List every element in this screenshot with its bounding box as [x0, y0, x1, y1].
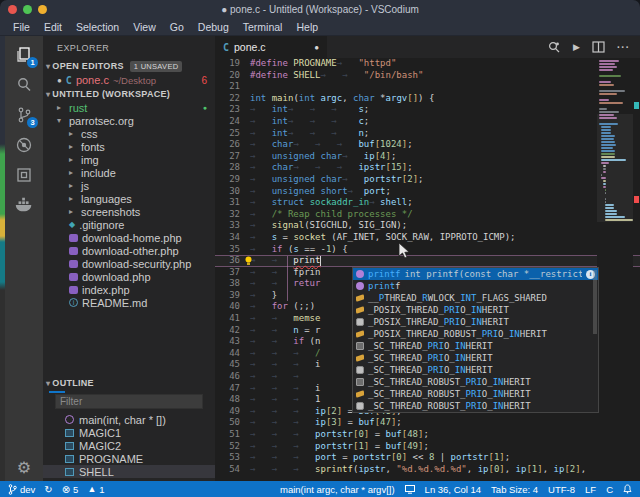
suggestion-item-7[interactable]: _SC_THREAD_PRIO_INHERIT: [353, 352, 598, 364]
minimap[interactable]: [597, 58, 633, 481]
minimap-line: [599, 99, 609, 101]
code-analysis-icon[interactable]: [547, 40, 561, 54]
line-number: 27: [215, 151, 240, 163]
ruler-error-marker: [634, 196, 639, 203]
code-line-24: 24→ int→ → → c;: [215, 116, 640, 128]
method-icon: [65, 415, 74, 424]
menu-help[interactable]: Help: [289, 19, 325, 35]
tree-item--gitignore[interactable]: ◆.gitignore: [43, 218, 215, 231]
open-editors-header[interactable]: ▾ OPEN EDITORS 1 UNSAVED: [43, 59, 215, 73]
tree-item-fonts[interactable]: ▸fonts: [43, 140, 215, 153]
status-screencast-indicator[interactable]: [405, 485, 415, 494]
status-sync-status[interactable]: ↻: [44, 484, 52, 495]
run-code-icon[interactable]: ▶: [573, 42, 580, 52]
open-editor-pone-c[interactable]: ● C pone.c ~/Desktop 6: [43, 73, 215, 87]
status-cursor-position[interactable]: Ln 36, Col 14: [425, 484, 482, 495]
activity-extensions[interactable]: [5, 160, 43, 190]
suggestion-item-9[interactable]: _SC_THREAD_ROBUST_PRIO_INHERIT: [353, 376, 598, 388]
activity-search[interactable]: [5, 70, 43, 100]
tree-item-readme-md[interactable]: iREADME.md: [43, 296, 215, 309]
suggestion-item-4[interactable]: _POSIX_THREAD_PRIO_INHERIT: [353, 316, 598, 328]
minimize-button[interactable]: [38, 5, 47, 14]
status-encoding[interactable]: UTF-8: [548, 484, 575, 495]
suggestion-item-0[interactable]: printf int printf(const char *__restrict…: [353, 268, 598, 280]
tree-item-languages[interactable]: ▸languages: [43, 192, 215, 205]
suggestion-item-5[interactable]: _POSIX_THREAD_ROBUST_PRIO_INHERIT: [353, 328, 598, 340]
activity-docker[interactable]: [5, 190, 43, 220]
maximize-button[interactable]: [23, 5, 32, 14]
suggestion-item-11[interactable]: _SC_THREAD_ROBUST_PRIO_INHERIT: [353, 400, 598, 412]
tree-item-include[interactable]: ▸include: [43, 166, 215, 179]
sync-icon: ↻: [44, 484, 52, 495]
code-text: → → n = r: [240, 325, 320, 337]
branch-icon: [8, 484, 17, 495]
suggestion-item-1[interactable]: printf: [353, 280, 598, 292]
suggestion-item-2[interactable]: __PTHREAD_RWLOCK_INT_FLAGS_SHARED: [353, 292, 598, 304]
status-symbol-context[interactable]: main(int argc, char * argv[]): [280, 484, 395, 495]
status-git-branch-status[interactable]: dev: [8, 484, 35, 495]
menu-edit[interactable]: Edit: [37, 19, 69, 35]
tree-item-js[interactable]: ▸js: [43, 179, 215, 192]
outline-header[interactable]: ▾ OUTLINE: [43, 376, 215, 390]
outline-item-shell[interactable]: SHELL: [43, 465, 215, 478]
menu-debug[interactable]: Debug: [191, 19, 236, 35]
activity-explorer[interactable]: 1: [5, 40, 43, 70]
minimap-viewport[interactable]: [597, 114, 633, 222]
code-text: #define PROGNAME→ "httpd": [240, 58, 396, 70]
outline-item-progname[interactable]: PROGNAME: [43, 452, 215, 465]
tree-item-label: css: [81, 128, 98, 140]
outline-item-main-int-char-[interactable]: main(int, char * []): [43, 413, 215, 426]
tree-item-parrotsec-org[interactable]: ▾parrotsec.org: [43, 114, 215, 127]
popup-scrollbar[interactable]: [593, 270, 597, 334]
activity-debug[interactable]: [5, 130, 43, 160]
menu-selection[interactable]: Selection: [69, 19, 126, 35]
tree-item-download-php[interactable]: download.php: [43, 270, 215, 283]
status-notifications[interactable]: [623, 484, 632, 494]
chevron-down-icon: ▾: [57, 116, 65, 125]
status-tab-size[interactable]: Tab Size: 4: [491, 484, 538, 495]
close-button[interactable]: [8, 5, 17, 14]
menu-view[interactable]: View: [126, 19, 163, 35]
tree-item-index-php[interactable]: index.php: [43, 283, 215, 296]
menu-go[interactable]: Go: [163, 19, 191, 35]
tree-item-css[interactable]: ▸css: [43, 127, 215, 140]
tree-item-download-other-php[interactable]: download-other.php: [43, 244, 215, 257]
code-text: → }: [240, 290, 277, 302]
line-number: 41: [215, 313, 240, 325]
lightbulb-icon[interactable]: [244, 256, 253, 268]
status-error-count[interactable]: ⊗5: [62, 484, 79, 495]
outline-item-label: PROGNAME: [79, 453, 143, 465]
workspace-header[interactable]: ▾ UNTITLED (WORKSPACE): [43, 87, 215, 101]
tree-item-screenshots[interactable]: ▸screenshots: [43, 205, 215, 218]
tree-item-label: parrotsec.org: [69, 115, 134, 127]
code-line-31: 31→ struct sockaddr_in→ shell;: [215, 197, 640, 209]
suggestion-item-8[interactable]: _SC_THREAD_PRIO_INHERIT: [353, 364, 598, 376]
split-editor-icon[interactable]: [592, 41, 605, 53]
tree-item-download-home-php[interactable]: download-home.php: [43, 231, 215, 244]
code-text: → char→ → → ipstr[15];: [240, 162, 413, 174]
suggestion-item-3[interactable]: _POSIX_THREAD_PRIO_INHERIT: [353, 304, 598, 316]
field-icon: [356, 390, 364, 398]
code-text: → signal(SIGCHLD, SIG_IGN);: [240, 220, 407, 232]
suggestion-label: _SC_THREAD_ROBUST_PRIO_INHERIT: [368, 401, 531, 411]
outline-filter-input[interactable]: [55, 394, 203, 409]
menu-file[interactable]: File: [6, 19, 37, 35]
tree-item-img[interactable]: ▸img: [43, 153, 215, 166]
tree-item-download-security-php[interactable]: download-security.php: [43, 257, 215, 270]
activity-source-control[interactable]: 3: [5, 100, 43, 130]
suggestion-item-10[interactable]: _SC_THREAD_ROBUST_PRIO_INHERIT: [353, 388, 598, 400]
suggestion-item-6[interactable]: _SC_THREAD_PRIO_INHERIT: [353, 340, 598, 352]
status-warning-count[interactable]: ▲1: [87, 484, 104, 495]
tab-pone-c[interactable]: C pone.c ●: [215, 36, 327, 58]
status-language-mode[interactable]: C: [606, 484, 613, 495]
code-text: #define SHELL→ → "/bin/bash": [240, 70, 423, 82]
manage-gear-icon[interactable]: ⚙: [5, 458, 43, 477]
line-number: 36: [215, 256, 240, 266]
status-eol[interactable]: LF: [585, 484, 596, 495]
menu-terminal[interactable]: Terminal: [236, 19, 290, 35]
more-actions-icon[interactable]: ···: [617, 42, 630, 53]
tree-item-rust[interactable]: ▸rust●: [43, 101, 215, 114]
code-editor[interactable]: 19#define PROGNAME→ "httpd"20#define SHE…: [215, 58, 640, 481]
outline-item-magic1[interactable]: MAGIC1: [43, 426, 215, 439]
outline-item-magic2[interactable]: MAGIC2: [43, 439, 215, 452]
